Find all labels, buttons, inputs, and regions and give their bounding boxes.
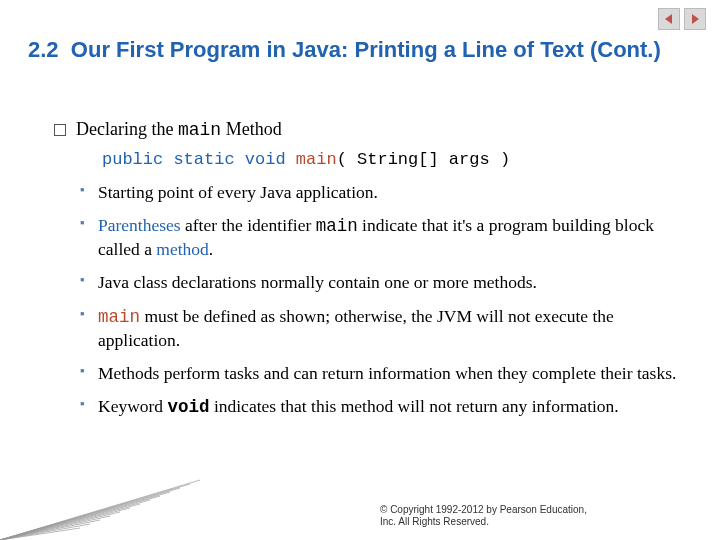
- body-text: indicates that this method will not retu…: [210, 396, 619, 416]
- prev-button[interactable]: [658, 8, 680, 30]
- arrow-left-icon: [663, 13, 675, 25]
- list-item: Java class declarations normally contain…: [80, 271, 680, 294]
- slide-body: Declaring the main Method public static …: [54, 118, 680, 429]
- body-text: .: [209, 239, 213, 259]
- list-item: main must be defined as shown; otherwise…: [80, 305, 680, 352]
- term-text: method: [156, 239, 209, 259]
- svg-marker-1: [692, 14, 699, 24]
- bullet-list: Starting point of every Java application…: [80, 181, 680, 419]
- code-keywords: public static void: [102, 150, 286, 169]
- nav-controls: [658, 8, 706, 30]
- next-button[interactable]: [684, 8, 706, 30]
- slide-title: 2.2 Our First Program in Java: Printing …: [28, 36, 690, 65]
- heading-item: Declaring the main Method: [54, 118, 680, 143]
- svg-marker-0: [665, 14, 672, 24]
- code-text: main: [316, 216, 358, 236]
- body-text: Methods perform tasks and can return inf…: [98, 363, 676, 383]
- arrow-right-icon: [689, 13, 701, 25]
- list-item: Keyword void indicates that this method …: [80, 395, 680, 419]
- code-snippet: public static void main( String[] args ): [102, 149, 680, 171]
- title-text: Our First Program in Java: Printing a Li…: [71, 37, 661, 62]
- list-item: Parentheses after the identifier main in…: [80, 214, 680, 261]
- corner-decoration: [0, 460, 200, 540]
- body-text: Starting point of every Java application…: [98, 182, 378, 202]
- heading-code: main: [178, 120, 221, 140]
- body-text: Keyword: [98, 396, 168, 416]
- code-function: main: [296, 150, 337, 169]
- list-item: Starting point of every Java application…: [80, 181, 680, 204]
- code-rest: ( String[] args ): [337, 150, 510, 169]
- body-text: after the identifier: [181, 215, 316, 235]
- section-number: 2.2: [28, 37, 59, 62]
- body-text: Java class declarations normally contain…: [98, 272, 537, 292]
- term-text: Parentheses: [98, 215, 181, 235]
- heading-post: Method: [221, 119, 282, 139]
- copyright-text: © Copyright 1992-2012 by Pearson Educati…: [380, 504, 600, 528]
- body-text: must be defined as shown; otherwise, the…: [98, 306, 614, 350]
- code-text: main: [98, 307, 140, 327]
- list-item: Methods perform tasks and can return inf…: [80, 362, 680, 385]
- keyword-text: void: [168, 397, 210, 417]
- heading-pre: Declaring the: [76, 119, 178, 139]
